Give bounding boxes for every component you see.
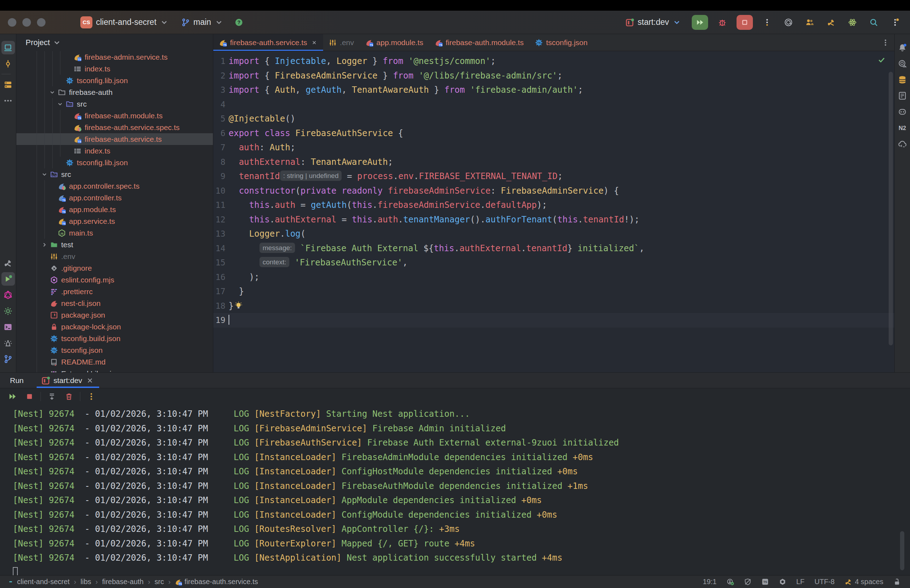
breadcrumb-src[interactable]: src xyxy=(155,578,164,586)
line-number[interactable]: 11 xyxy=(213,198,225,212)
more-tool-windows-icon[interactable] xyxy=(2,94,15,107)
tab-options-kebab-icon[interactable] xyxy=(882,34,894,51)
run-panel-title[interactable]: Run xyxy=(10,373,24,388)
tree-item-index.ts[interactable]: index.ts xyxy=(16,63,213,74)
tree-item-index.ts[interactable]: index.ts xyxy=(16,145,213,157)
tree-item-app.controller.ts[interactable]: TSapp.controller.ts xyxy=(16,192,213,204)
file-encoding[interactable]: UTF-8 xyxy=(814,578,835,586)
build-tools-button[interactable] xyxy=(824,15,838,29)
tree-item-app.controller.spec.ts[interactable]: app.controller.spec.ts xyxy=(16,180,213,192)
line-separator[interactable]: LF xyxy=(796,578,805,586)
code-with-me-button[interactable] xyxy=(803,15,817,29)
debug-button[interactable] xyxy=(715,15,729,29)
scroll-to-end-button[interactable] xyxy=(46,391,58,402)
breadcrumb-libs[interactable]: libs xyxy=(81,578,91,586)
line-number[interactable]: 14 xyxy=(213,241,225,256)
git-tool-icon[interactable] xyxy=(2,352,15,365)
tree-item-firebase-auth.service.spec.ts[interactable]: firebase-auth.service.spec.ts xyxy=(16,121,213,133)
stop-button[interactable] xyxy=(737,15,753,30)
ai-assistant-icon[interactable] xyxy=(896,57,909,70)
tree-item-app.service.ts[interactable]: TSapp.service.ts xyxy=(16,215,213,227)
nx-tool-icon[interactable]: N2 xyxy=(896,121,909,134)
stop-button[interactable] xyxy=(23,391,36,402)
tree-item-.prettierrc[interactable]: .prettierrc xyxy=(16,286,213,297)
tree-item-eslint.config.mjs[interactable]: eslint.config.mjs xyxy=(16,274,213,286)
chevron-down-icon[interactable] xyxy=(40,171,49,178)
tree-item-.env[interactable]: .env xyxy=(16,250,213,262)
terminal-tool-icon[interactable] xyxy=(2,320,15,334)
breadcrumb-firebase-auth.service.ts[interactable]: TSfirebase-auth.service.ts xyxy=(175,578,258,586)
tree-item-firebase-auth[interactable]: firebase-auth xyxy=(16,86,213,98)
tree-item-External Libraries[interactable]: External Libraries xyxy=(16,368,213,372)
editor-scrollbar[interactable] xyxy=(889,72,893,345)
line-number[interactable]: 6 xyxy=(213,126,225,141)
editor-tab-.env[interactable]: .env xyxy=(323,34,360,51)
line-number[interactable]: 12 xyxy=(213,212,225,227)
window-controls[interactable] xyxy=(8,18,45,27)
line-number[interactable]: 1 xyxy=(213,54,225,69)
problems-tool-icon[interactable] xyxy=(2,336,15,350)
more-button[interactable] xyxy=(85,391,97,402)
tree-item-package-lock.json[interactable]: package-lock.json xyxy=(16,321,213,333)
assistant-robot-icon[interactable] xyxy=(896,105,909,118)
line-number[interactable]: 15 xyxy=(213,255,225,270)
project-panel-header[interactable]: Project xyxy=(16,34,213,51)
close-window-icon[interactable] xyxy=(8,18,16,27)
tree-item-main.ts[interactable]: JSmain.ts xyxy=(16,227,213,239)
line-number[interactable]: 16 xyxy=(213,270,225,284)
tree-item-nest-cli.json[interactable]: nest-cli.json xyxy=(16,297,213,309)
intention-bulb-icon[interactable] xyxy=(234,301,243,310)
file-writable-icon[interactable] xyxy=(893,578,901,585)
line-number[interactable]: 10 xyxy=(213,184,225,198)
tree-item-.gitignore[interactable]: .gitignore xyxy=(16,262,213,274)
code-editor[interactable]: 1import { Injectable, Logger } from '@ne… xyxy=(213,51,894,372)
inspections-ok-check-icon[interactable] xyxy=(877,55,886,64)
project-widget[interactable]: CS client-and-secret xyxy=(77,14,172,31)
remote-dev-icon[interactable] xyxy=(896,137,909,150)
typescript-service-icon[interactable]: TS xyxy=(761,578,769,585)
documentation-tool-icon[interactable] xyxy=(896,89,909,102)
tree-item-test[interactable]: test xyxy=(16,239,213,250)
run-tab-start-dev[interactable]: start:dev xyxy=(37,373,100,388)
caret-position[interactable]: 19:1 xyxy=(703,578,717,586)
rerun-button[interactable] xyxy=(692,15,708,30)
close-icon[interactable] xyxy=(311,39,317,46)
build-tool-icon[interactable] xyxy=(2,256,15,270)
editor-tab-firebase-auth.module.ts[interactable]: TSfirebase-auth.module.ts xyxy=(429,34,529,51)
clear-button[interactable] xyxy=(63,391,75,402)
tree-item-tsconfig.build.json[interactable]: TStsconfig.build.json xyxy=(16,333,213,344)
breadcrumb-client-and-secret[interactable]: client-and-secret xyxy=(17,578,70,586)
branch-widget[interactable]: main xyxy=(178,15,227,29)
line-number[interactable]: 9 xyxy=(213,169,225,184)
graphql-tool-icon[interactable] xyxy=(2,288,15,302)
tree-item-package.json[interactable]: package.json xyxy=(16,309,213,321)
tree-item-tsconfig.json[interactable]: TStsconfig.json xyxy=(16,344,213,356)
structure-tool-icon[interactable] xyxy=(2,78,15,91)
line-number[interactable]: 8 xyxy=(213,155,225,170)
notifications-bell-icon[interactable] xyxy=(896,41,909,54)
tree-item-firebase-auth.module.ts[interactable]: TSfirebase-auth.module.ts xyxy=(16,110,213,121)
line-number[interactable]: 17 xyxy=(213,284,225,299)
chevron-right-icon[interactable] xyxy=(40,241,49,249)
indent-style[interactable]: 4 spaces xyxy=(845,578,883,586)
run-console-output[interactable]: [Nest] 92674 - 01/02/2026, 3:10:47 PM LO… xyxy=(0,405,910,575)
editor-tab-firebase-auth.service.ts[interactable]: TSfirebase-auth.service.ts xyxy=(213,34,323,51)
science-button[interactable] xyxy=(845,15,860,29)
tree-item-tsconfig.lib.json[interactable]: TStsconfig.lib.json xyxy=(16,157,213,168)
line-number[interactable]: 13 xyxy=(213,227,225,241)
rerun-button[interactable] xyxy=(6,391,18,402)
editor-tab-tsconfig.json[interactable]: TStsconfig.json xyxy=(529,34,593,51)
close-icon[interactable] xyxy=(86,376,94,385)
line-number[interactable]: 18 xyxy=(213,299,225,313)
tree-item-tsconfig.lib.json[interactable]: TStsconfig.lib.json xyxy=(16,74,213,86)
line-number[interactable]: 19 xyxy=(213,313,225,328)
tree-item-firebase-admin.service.ts[interactable]: TSfirebase-admin.service.ts xyxy=(16,51,213,63)
line-number[interactable]: 7 xyxy=(213,141,225,155)
inspections-status-icon[interactable] xyxy=(727,578,734,585)
editor-tab-app.module.ts[interactable]: TSapp.module.ts xyxy=(360,34,429,51)
main-menu-button[interactable] xyxy=(888,15,902,29)
tree-item-firebase-auth.service.ts[interactable]: TSfirebase-auth.service.ts xyxy=(16,133,213,145)
line-number[interactable]: 2 xyxy=(213,69,225,83)
mentions-button[interactable] xyxy=(781,15,795,29)
run-more-menu[interactable] xyxy=(760,15,774,29)
